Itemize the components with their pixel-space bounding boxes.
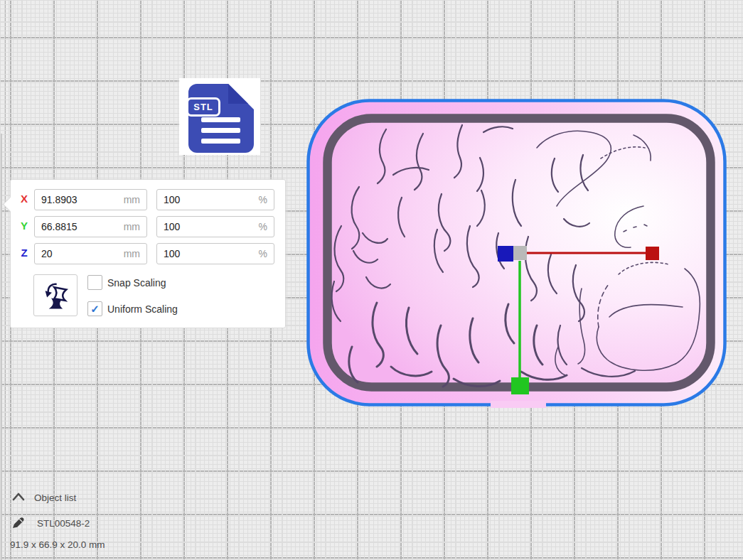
y-size-input[interactable] [35,221,124,232]
x-percent-field: % [156,189,274,210]
object-list-item-name[interactable]: STL00548-2 [37,518,90,529]
scale-handle-z[interactable] [498,246,513,262]
object-list-toggle[interactable] [11,492,26,502]
stl-icon-textline [201,139,240,144]
scale-tool-panel: X mm % Y mm % Z mm % [10,179,286,328]
build-plate-edge [1,134,2,560]
z-percent-unit: % [259,248,274,259]
scale-handle-y[interactable] [511,377,529,394]
y-size-field: mm [34,216,147,237]
stl-badge: STL [186,97,220,117]
y-percent-field: % [156,216,274,237]
z-percent-field: % [156,243,274,264]
axis-label-x: X [16,189,32,209]
reset-scale-icon [40,280,71,311]
y-size-unit: mm [124,221,146,232]
selection-outline-gap [491,401,546,408]
uniform-scaling-label: Uniform Scaling [107,303,178,315]
reset-scale-button[interactable] [33,274,77,316]
z-size-input[interactable] [35,248,124,259]
cura-3d-viewport-screen: { "viewport": { "background": "#ededed",… [0,0,743,560]
stl-file-icon-flap [228,84,248,104]
z-size-field: mm [34,243,147,264]
y-percent-input[interactable] [157,221,259,232]
x-size-field: mm [34,189,147,210]
stl-file-thumbnail[interactable]: STL [179,78,260,155]
stl-icon-textline [201,117,240,122]
scale-handle-center[interactable] [513,246,527,260]
z-size-unit: mm [124,248,146,259]
panel-arrow [3,197,18,212]
rename-object-button[interactable] [11,516,25,529]
x-size-input[interactable] [35,194,124,205]
object-dimensions: 91.9 x 66.9 x 20.0 mm [10,539,105,550]
stl-icon-textline [201,128,240,133]
snap-scaling-label: Snap Scaling [107,277,166,289]
axis-label-z: Z [16,243,32,263]
z-percent-input[interactable] [157,248,259,259]
model-viewport[interactable] [302,92,736,416]
pencil-icon [11,516,25,529]
x-size-unit: mm [124,194,146,205]
y-percent-unit: % [259,221,274,232]
uniform-scaling-checkbox[interactable] [87,301,102,316]
scale-handle-x[interactable] [646,247,659,260]
chevron-up-icon [11,492,26,502]
snap-scaling-checkbox[interactable] [87,275,102,290]
object-list-label: Object list [34,492,76,503]
axis-label-y: Y [16,216,32,236]
x-percent-unit: % [259,194,274,205]
x-percent-input[interactable] [157,194,259,205]
